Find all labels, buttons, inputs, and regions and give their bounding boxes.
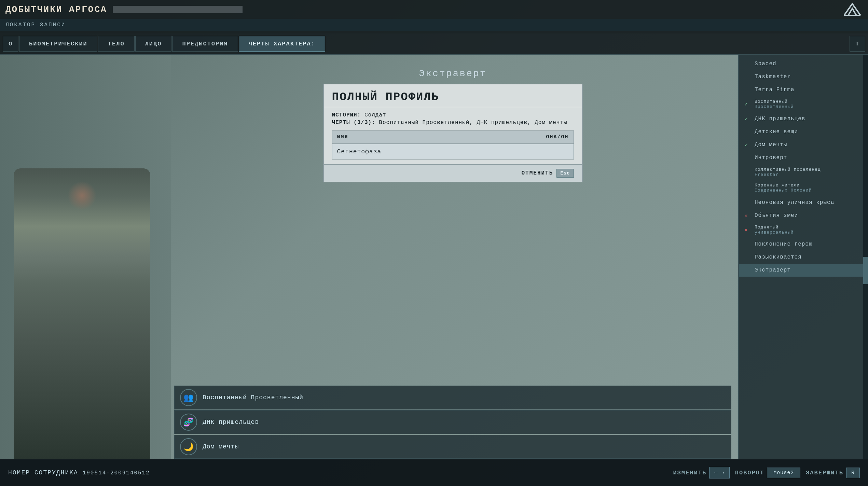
sidebar-label-razysk: Разыскивается (755, 254, 802, 260)
sidebar-item-extrav[interactable]: Экстраверт (739, 264, 868, 277)
tab-traits[interactable]: ЧЕРТЫ ХАРАКТЕРА: (239, 36, 325, 52)
scroll-bar[interactable] (863, 55, 868, 459)
sidebar-item-spaced[interactable]: Spaced (739, 57, 868, 70)
sidebar-item-terra[interactable]: Terra Firma (739, 83, 868, 96)
rotation-key[interactable]: Mouse2 (767, 468, 800, 478)
check-obnim: ✕ (744, 212, 751, 219)
tab-o[interactable]: O (3, 36, 18, 52)
sidebar-item-razysk[interactable]: Разыскивается (739, 251, 868, 264)
sidebar-label-dnk: ДНК пришельцев (755, 116, 805, 122)
modal-body: ИСТОРИЯ: Солдат ЧЕРТЫ (3/3): Воспитанный… (324, 107, 582, 164)
finish-label: ЗАВЕРШИТЬ (806, 470, 843, 476)
sidebar-item-dnk[interactable]: ✓ ДНК пришельцев (739, 112, 868, 125)
modal-footer: ОТМЕНИТЬ Esc (324, 164, 582, 182)
sidebar-label-korennye: Коренные жители (755, 183, 812, 188)
sidebar-label-obnim: Объятия змеи (755, 212, 798, 219)
sidebar-item-intro[interactable]: Интроверт (739, 151, 868, 164)
sidebar-item-vosp[interactable]: ✓ Воспитанный Просветленный (739, 96, 868, 112)
tab-history[interactable]: ПРЕДЫСТОРИЯ (172, 36, 238, 52)
main-content: Экстраверт ПОЛНЫЙ ПРОФИЛЬ ИСТОРИЯ: Солда… (0, 55, 868, 459)
status-actions: ИЗМЕНИТЬ ← → ПОВОРОТ Mouse2 ЗАВЕРШИТЬ R (673, 467, 860, 478)
modal-overlay: Экстраверт ПОЛНЫЙ ПРОФИЛЬ ИСТОРИЯ: Солда… (167, 55, 738, 459)
modal-table-header: ИМЯ ОНА/ОН (332, 131, 574, 144)
rotation-action: ПОВОРОТ Mouse2 (735, 468, 800, 478)
tab-biometric[interactable]: БИОМЕТРИЧЕСКИЙ (19, 36, 97, 52)
scroll-thumb[interactable] (863, 257, 868, 284)
right-sidebar: Spaced Taskmaster Terra Firma ✓ Воспитан… (738, 55, 868, 459)
modal-table: ИМЯ ОНА/ОН Сегнетофаза (332, 130, 574, 159)
sidebar-item-neon[interactable]: Неоновая уличная крыса (739, 196, 868, 209)
employee-id-value: 190514-2009140512 (83, 470, 150, 476)
sidebar-item-obnim[interactable]: ✕ Объятия змеи (739, 209, 868, 222)
sidebar-label-taskmaster: Taskmaster (755, 74, 791, 80)
check-podnyat: ✕ (744, 226, 751, 233)
sidebar-label-spaced: Spaced (755, 61, 776, 67)
employee-label: НОМЕР СОТРУДНИКА (8, 469, 78, 476)
change-label: ИЗМЕНИТЬ (673, 470, 706, 476)
change-action: ИЗМЕНИТЬ ← → (673, 467, 729, 478)
sidebar-label-extrav: Экстраверт (755, 267, 791, 273)
tab-body[interactable]: ТЕЛО (98, 36, 135, 52)
sidebar-label-podnyat: Поднятый (755, 225, 794, 230)
sidebar-sub-kollek: Freestar (755, 172, 821, 178)
arrow-right-icon: → (720, 469, 725, 476)
sidebar-label-detskie: Детские вещи (755, 129, 798, 135)
trait-title-above: Экстраверт (419, 68, 486, 79)
sidebar-item-dom[interactable]: ✓ Дом мечты (739, 138, 868, 151)
finish-action: ЗАВЕРШИТЬ R (806, 468, 860, 478)
logo-icon (842, 1, 863, 18)
finish-key-value: R (851, 470, 855, 476)
sidebar-label-kollek: Коллективный поселенец (755, 167, 821, 172)
modal-table-row: Сегнетофаза (332, 144, 574, 159)
modal-title: ПОЛНЫЙ ПРОФИЛЬ (324, 84, 582, 107)
sidebar-sub-korennye: Соединенных Колоний (755, 188, 812, 193)
check-dnk: ✓ (744, 115, 751, 122)
character-area (0, 55, 167, 459)
center-panel: Экстраверт ПОЛНЫЙ ПРОФИЛЬ ИСТОРИЯ: Солда… (167, 55, 738, 459)
tab-face[interactable]: ЛИЦО (135, 36, 172, 52)
finish-key[interactable]: R (846, 468, 860, 478)
sidebar-sub-podnyat: универсальный (755, 230, 794, 235)
rotation-key-value: Mouse2 (773, 470, 794, 476)
sidebar-item-podnyat[interactable]: ✕ Поднятый универсальный (739, 222, 868, 238)
change-keys[interactable]: ← → (709, 467, 730, 478)
subtitle-text: ЛОКАТОР ЗАПИСИ (5, 22, 66, 28)
check-dom: ✓ (744, 141, 751, 148)
employee-id-area: НОМЕР СОТРУДНИКА 190514-2009140512 (8, 469, 150, 476)
title-bar-fill (113, 6, 243, 13)
header-top: ДОБЫТЧИКИ АРГОСА (0, 0, 868, 19)
arrow-left-icon: ← (714, 469, 718, 476)
nav-tabs: O БИОМЕТРИЧЕСКИЙ ТЕЛО ЛИЦО ПРЕДЫСТОРИЯ Ч… (0, 33, 868, 55)
game-title: ДОБЫТЧИКИ АРГОСА (5, 4, 107, 15)
sidebar-item-kollek[interactable]: Коллективный поселенец Freestar (739, 164, 868, 180)
sidebar-label-terra: Terra Firma (755, 87, 795, 93)
cancel-label: ОТМЕНИТЬ (521, 170, 553, 176)
sidebar-label-poklon: Поклонение герою (755, 241, 813, 247)
modal-box: ПОЛНЫЙ ПРОФИЛЬ ИСТОРИЯ: Солдат ЧЕРТЫ (3/… (323, 84, 583, 182)
modal-traits-row: ЧЕРТЫ (3/3): Воспитанный Просветленный, … (332, 120, 574, 126)
tab-t[interactable]: T (850, 36, 865, 52)
status-bar: НОМЕР СОТРУДНИКА 190514-2009140512 ИЗМЕН… (0, 459, 868, 486)
sidebar-label-intro: Интроверт (755, 155, 787, 161)
header-subtitle: ЛОКАТОР ЗАПИСИ (0, 19, 868, 31)
rotation-label: ПОВОРОТ (735, 470, 764, 476)
check-vosp: ✓ (744, 101, 751, 108)
sidebar-label-vosp: Воспитанный (755, 99, 794, 104)
cancel-key[interactable]: Esc (556, 169, 574, 178)
sidebar-label-neon: Неоновая уличная крыса (755, 199, 834, 206)
header-bar: ДОБЫТЧИКИ АРГОСА ЛОКАТОР ЗАПИСИ (0, 0, 868, 33)
sidebar-label-dom: Дом мечты (755, 142, 787, 148)
sidebar-item-taskmaster[interactable]: Taskmaster (739, 70, 868, 83)
modal-history-row: ИСТОРИЯ: Солдат (332, 112, 574, 118)
sidebar-sub-vosp: Просветленный (755, 104, 794, 110)
sidebar-item-detskie[interactable]: Детские вещи (739, 125, 868, 138)
sidebar-item-korennye[interactable]: Коренные жители Соединенных Колоний (739, 180, 868, 196)
sidebar-item-poklon[interactable]: Поклонение герою (739, 238, 868, 251)
